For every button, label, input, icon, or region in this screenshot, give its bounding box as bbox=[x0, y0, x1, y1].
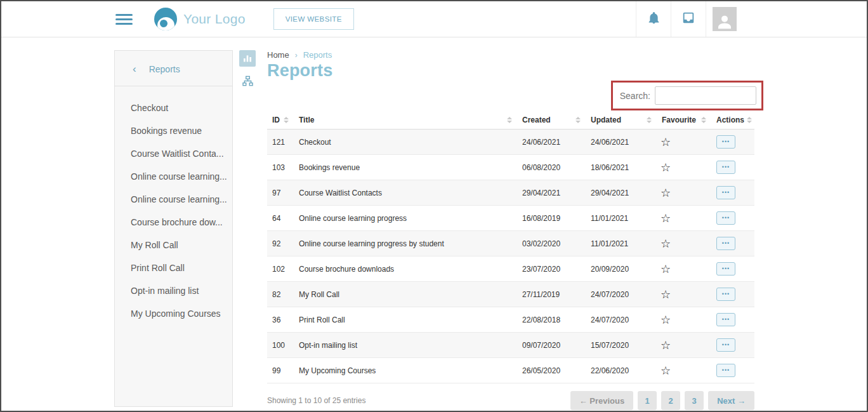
favourite-star-icon[interactable]: ☆ bbox=[659, 288, 671, 302]
column-header-id[interactable]: ID bbox=[267, 111, 294, 130]
sidebar-item[interactable]: Opt-in mailing list bbox=[131, 279, 227, 302]
table-footer: Showing 1 to 10 of 25 entries ← Previous… bbox=[267, 391, 754, 410]
cell-favourite: ☆ bbox=[657, 231, 711, 256]
column-header-favourite[interactable]: Favourite bbox=[657, 111, 711, 130]
sitemap-icon[interactable] bbox=[239, 72, 256, 89]
sidebar-item[interactable]: Bookings revenue bbox=[131, 119, 227, 142]
previous-page-button[interactable]: ← Previous bbox=[570, 391, 634, 410]
sidebar-item[interactable]: Print Roll Call bbox=[131, 256, 227, 279]
cell-title: Opt-in mailing list bbox=[294, 333, 517, 358]
search-input[interactable] bbox=[655, 86, 756, 105]
search-label: Search: bbox=[620, 91, 650, 101]
row-actions-button[interactable]: ••• bbox=[716, 338, 735, 352]
cell-title: Checkout bbox=[294, 130, 517, 155]
page-title: Reports bbox=[267, 61, 754, 81]
row-actions-button[interactable]: ••• bbox=[716, 161, 735, 174]
favourite-star-icon[interactable]: ☆ bbox=[659, 313, 671, 327]
pagination: ← Previous 123 Next → bbox=[570, 391, 754, 410]
reports-chart-icon[interactable] bbox=[239, 50, 256, 67]
table-row: 103Bookings revenue06/08/202018/06/2021☆… bbox=[267, 155, 754, 180]
cell-title: My Roll Call bbox=[294, 282, 517, 307]
breadcrumb-home[interactable]: Home bbox=[267, 50, 289, 60]
reports-table-body: 121Checkout24/06/202124/06/2021☆•••103Bo… bbox=[267, 130, 754, 383]
column-label: Created bbox=[522, 116, 551, 124]
cell-updated: 11/01/2021 bbox=[586, 231, 657, 256]
sidebar-header[interactable]: ‹ Reports bbox=[115, 51, 232, 86]
top-bar-left: Your Logo VIEW WEBSITE bbox=[1, 1, 354, 37]
page-number-button[interactable]: 1 bbox=[638, 391, 657, 410]
favourite-star-icon[interactable]: ☆ bbox=[659, 338, 671, 352]
row-actions-button[interactable]: ••• bbox=[716, 364, 735, 377]
table-row: 64Online course learning progress16/08/2… bbox=[267, 206, 754, 231]
row-actions-button[interactable]: ••• bbox=[716, 237, 735, 250]
sidebar-title: Reports bbox=[149, 64, 180, 74]
cell-title: Print Roll Call bbox=[294, 307, 517, 333]
cell-created: 24/06/2021 bbox=[517, 130, 586, 155]
cell-id: 99 bbox=[267, 358, 294, 383]
row-actions-button[interactable]: ••• bbox=[716, 288, 735, 301]
top-bar-right bbox=[636, 1, 742, 37]
sidebar-item[interactable]: Checkout bbox=[131, 96, 227, 119]
inbox-button[interactable] bbox=[671, 1, 706, 37]
sidebar-item[interactable]: My Upcoming Courses bbox=[131, 302, 227, 325]
favourite-star-icon[interactable]: ☆ bbox=[659, 364, 671, 378]
cell-id: 92 bbox=[267, 231, 294, 256]
cell-favourite: ☆ bbox=[657, 358, 711, 383]
column-header-created[interactable]: Created bbox=[517, 111, 586, 130]
row-actions-button[interactable]: ••• bbox=[716, 186, 735, 199]
cell-title: Bookings revenue bbox=[294, 155, 517, 180]
page-number-button[interactable]: 3 bbox=[685, 391, 704, 410]
favourite-star-icon[interactable]: ☆ bbox=[659, 186, 671, 200]
column-label: Actions bbox=[716, 116, 744, 124]
row-actions-button[interactable]: ••• bbox=[716, 313, 735, 326]
view-website-button[interactable]: VIEW WEBSITE bbox=[273, 8, 354, 30]
row-actions-button[interactable]: ••• bbox=[716, 211, 735, 225]
sidebar-item[interactable]: My Roll Call bbox=[131, 234, 227, 256]
notifications-button[interactable] bbox=[636, 1, 671, 37]
favourite-star-icon[interactable]: ☆ bbox=[659, 161, 671, 175]
cell-title: Course Waitlist Contacts bbox=[294, 180, 517, 206]
avatar-placeholder-icon bbox=[713, 7, 737, 31]
logo[interactable]: Your Logo bbox=[154, 8, 246, 30]
menu-icon[interactable] bbox=[115, 14, 133, 25]
sidebar-item[interactable]: Online course learning... bbox=[131, 165, 227, 188]
sidebar-item[interactable]: Online course learning... bbox=[131, 188, 227, 211]
cell-created: 09/07/2020 bbox=[517, 333, 586, 358]
favourite-star-icon[interactable]: ☆ bbox=[659, 211, 671, 225]
avatar[interactable] bbox=[706, 1, 742, 37]
cell-id: 36 bbox=[267, 307, 294, 333]
column-header-actions[interactable]: Actions bbox=[711, 111, 754, 130]
favourite-star-icon[interactable]: ☆ bbox=[659, 135, 671, 149]
logo-text: Your Logo bbox=[183, 11, 246, 27]
breadcrumb-separator-icon: › bbox=[295, 51, 298, 60]
cell-favourite: ☆ bbox=[657, 206, 711, 231]
sort-icon bbox=[747, 117, 752, 123]
cell-id: 64 bbox=[267, 206, 294, 231]
cell-actions: ••• bbox=[711, 231, 754, 256]
next-page-button[interactable]: Next → bbox=[708, 391, 754, 410]
sidebar-item[interactable]: Course brochure dow... bbox=[131, 211, 227, 234]
app-window: Your Logo VIEW WEBSITE bbox=[0, 0, 868, 412]
search-highlight-box: Search: bbox=[611, 81, 763, 110]
cell-favourite: ☆ bbox=[657, 282, 711, 307]
row-actions-button[interactable]: ••• bbox=[716, 262, 735, 276]
column-header-title[interactable]: Title bbox=[294, 111, 517, 130]
sidebar-item[interactable]: Course Waitlist Conta... bbox=[131, 142, 227, 165]
page-number-button[interactable]: 2 bbox=[661, 391, 680, 410]
back-chevron-icon[interactable]: ‹ bbox=[133, 63, 136, 74]
favourite-star-icon[interactable]: ☆ bbox=[659, 237, 671, 251]
sidebar-list: CheckoutBookings revenueCourse Waitlist … bbox=[115, 86, 232, 325]
column-label: Favourite bbox=[662, 116, 696, 124]
cell-created: 06/08/2020 bbox=[517, 155, 586, 180]
breadcrumb-current[interactable]: Reports bbox=[303, 50, 332, 60]
column-label: ID bbox=[272, 116, 280, 124]
cell-created: 03/02/2020 bbox=[517, 231, 586, 256]
table-row: 36Print Roll Call22/08/201824/07/2020☆••… bbox=[267, 307, 754, 333]
cell-id: 82 bbox=[267, 282, 294, 307]
column-header-updated[interactable]: Updated bbox=[586, 111, 657, 130]
row-actions-button[interactable]: ••• bbox=[716, 135, 735, 149]
cell-id: 102 bbox=[267, 256, 294, 282]
sort-icon bbox=[701, 117, 706, 123]
favourite-star-icon[interactable]: ☆ bbox=[659, 262, 671, 276]
cell-id: 97 bbox=[267, 180, 294, 206]
